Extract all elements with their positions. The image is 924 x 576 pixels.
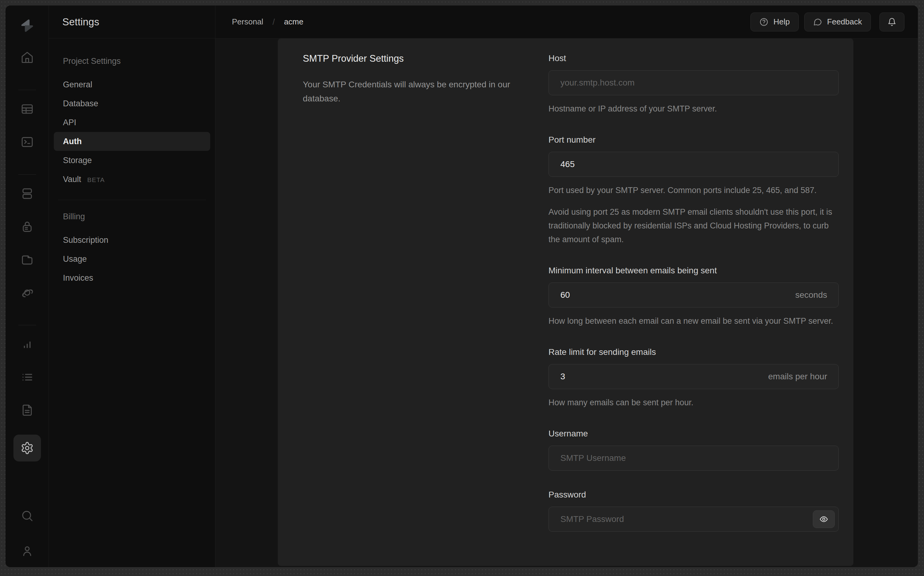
sidebar-item-label: Usage: [63, 254, 87, 264]
field-group-password: Password: [548, 490, 839, 532]
port-helper: Port used by your SMTP server. Common po…: [548, 184, 839, 197]
edge-functions-icon[interactable]: [19, 284, 36, 301]
interval-input[interactable]: [548, 283, 839, 307]
field-group-host: Host Hostname or IP address of your SMTP…: [548, 53, 839, 116]
host-input[interactable]: [548, 70, 839, 95]
main-area: Personal / acme Help Feedback: [215, 5, 918, 567]
smtp-form: Host Hostname or IP address of your SMTP…: [548, 53, 839, 566]
topbar: Personal / acme Help Feedback: [215, 5, 918, 38]
field-group-username: Username: [548, 429, 839, 470]
section-label-project-settings: Project Settings: [54, 56, 210, 67]
sidebar-item-label: API: [63, 118, 76, 127]
home-icon[interactable]: [19, 49, 36, 66]
sidebar-item-vault[interactable]: Vault BETA: [54, 170, 210, 189]
sidebar-item-label: Auth: [63, 137, 82, 146]
password-input[interactable]: [548, 507, 839, 532]
panel-intro: SMTP Provider Settings Your SMTP Credent…: [303, 53, 517, 566]
sidebar-item-general[interactable]: General: [54, 75, 210, 94]
logs-icon[interactable]: [19, 369, 36, 386]
rate-limit-helper: How many emails can be sent per hour.: [548, 396, 839, 410]
app-window: Settings Project Settings General Databa…: [5, 5, 918, 567]
reports-icon[interactable]: [19, 336, 36, 353]
sidebar-item-api[interactable]: API: [54, 113, 210, 132]
table-editor-icon[interactable]: [19, 101, 36, 118]
sidebar-item-database[interactable]: Database: [54, 94, 210, 113]
storage-icon[interactable]: [19, 251, 36, 268]
help-button[interactable]: Help: [751, 13, 798, 32]
bell-icon: [887, 18, 897, 27]
topbar-actions: Help Feedback: [751, 13, 905, 32]
field-group-rate-limit: Rate limit for sending emails emails per…: [548, 347, 839, 410]
panel-description: Your SMTP Credentials will always be enc…: [303, 78, 517, 106]
breadcrumb-org[interactable]: Personal: [232, 17, 263, 27]
username-label: Username: [548, 429, 839, 439]
help-circle-icon: [759, 18, 769, 27]
port-helper-warning: Avoid using port 25 as modern SMTP email…: [548, 205, 839, 246]
host-helper: Hostname or IP address of your SMTP serv…: [548, 102, 839, 116]
breadcrumb-project[interactable]: acme: [284, 17, 303, 27]
port-input[interactable]: [548, 152, 839, 177]
auth-lock-icon[interactable]: [19, 218, 36, 235]
sidebar-item-invoices[interactable]: Invoices: [54, 269, 210, 287]
notifications-button[interactable]: [879, 13, 905, 32]
sql-editor-icon[interactable]: [19, 133, 36, 150]
help-button-label: Help: [773, 17, 789, 27]
reveal-password-button[interactable]: [813, 510, 835, 528]
sidebar-item-label: General: [63, 80, 92, 90]
rate-limit-label: Rate limit for sending emails: [548, 347, 839, 357]
smtp-settings-panel: SMTP Provider Settings Your SMTP Credent…: [278, 38, 854, 566]
rail-divider: [18, 90, 36, 90]
section-label-billing: Billing: [54, 211, 210, 222]
rail-divider: [18, 174, 36, 175]
settings-sidebar: Settings Project Settings General Databa…: [49, 5, 215, 567]
sidebar-item-usage[interactable]: Usage: [54, 250, 210, 269]
user-icon[interactable]: [19, 542, 36, 560]
settings-gear-icon[interactable]: [13, 435, 41, 461]
port-label: Port number: [548, 135, 839, 145]
rail-bottom: [19, 507, 36, 560]
breadcrumb: Personal / acme: [232, 17, 303, 27]
feedback-bubble-icon: [813, 18, 822, 27]
password-label: Password: [548, 490, 839, 500]
sidebar-item-label: Subscription: [63, 235, 109, 245]
sidebar-item-auth[interactable]: Auth: [54, 132, 210, 151]
host-label: Host: [548, 53, 839, 64]
interval-label: Minimum interval between emails being se…: [548, 266, 839, 276]
field-group-interval: Minimum interval between emails being se…: [548, 266, 839, 328]
sidebar-item-subscription[interactable]: Subscription: [54, 230, 210, 250]
database-icon[interactable]: [19, 185, 36, 202]
rail-divider: [18, 325, 36, 325]
eye-icon: [819, 515, 828, 524]
sidebar-title: Settings: [62, 16, 99, 28]
api-docs-icon[interactable]: [19, 402, 36, 419]
search-icon[interactable]: [19, 507, 36, 525]
icon-rail: [5, 5, 49, 567]
supabase-logo-icon[interactable]: [19, 17, 36, 34]
interval-helper: How long between each email can a new em…: [548, 314, 839, 328]
username-input[interactable]: [548, 446, 839, 470]
sidebar-item-label: Database: [63, 99, 98, 109]
sidebar-header: Settings: [49, 5, 215, 38]
feedback-button-label: Feedback: [827, 17, 862, 27]
field-group-port: Port number Port used by your SMTP serve…: [548, 135, 839, 246]
sidebar-divider: [58, 200, 206, 200]
beta-badge: BETA: [87, 175, 105, 184]
sidebar-item-storage[interactable]: Storage: [54, 151, 210, 170]
sidebar-item-label: Vault: [63, 175, 81, 184]
panel-heading: SMTP Provider Settings: [303, 53, 517, 65]
sidebar-item-label: Storage: [63, 156, 92, 165]
main-scroll: SMTP Provider Settings Your SMTP Credent…: [215, 38, 918, 567]
rate-limit-input[interactable]: [548, 364, 839, 389]
sidebar-item-label: Invoices: [63, 274, 93, 283]
feedback-button[interactable]: Feedback: [804, 13, 871, 32]
breadcrumb-separator: /: [272, 17, 275, 27]
